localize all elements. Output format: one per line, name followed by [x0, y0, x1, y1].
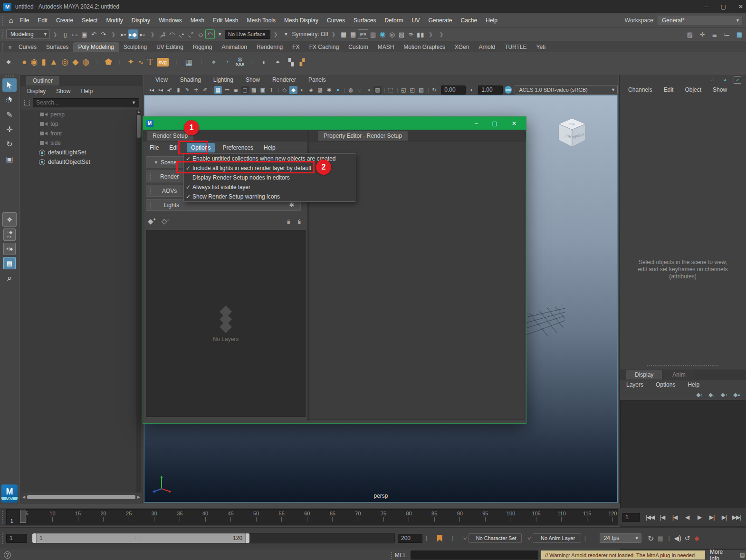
shelf-grip[interactable] [2, 43, 4, 51]
channel-box-toggle-icon[interactable]: ▦ [735, 29, 744, 39]
section-collapse-arrow[interactable]: ❯ [53, 32, 57, 37]
viewport-toolbar-icon[interactable]: ▫◂ [157, 86, 165, 94]
set-time-icon[interactable]: ◔ [222, 57, 232, 67]
timeslider-grip[interactable] [2, 511, 4, 523]
menu-help[interactable]: Help [486, 17, 497, 24]
combine-icon[interactable]: ▚ [286, 57, 296, 67]
minimize-button[interactable]: – [705, 3, 708, 10]
panel-menu-view[interactable]: View [155, 76, 168, 83]
shelf-tab-fx[interactable]: FX [287, 42, 304, 52]
anim-layer-caret-icon[interactable]: ▽ [527, 536, 531, 541]
make-live-icon[interactable]: ◠ [205, 29, 215, 39]
panel-menu-lighting[interactable]: Lighting [213, 76, 233, 83]
select-hierarchy-icon[interactable]: ▸▪ [119, 29, 128, 39]
workspace-dropdown[interactable]: General* ▼ [658, 16, 742, 25]
section-collapse-arrow[interactable]: ❯ [429, 32, 432, 37]
wireframe-icon[interactable]: ◇ [280, 86, 288, 94]
shelf-tab-sculpting[interactable]: Sculpting [119, 42, 152, 52]
symmetry-toggle[interactable]: Symmetry: Off [292, 31, 328, 38]
use-all-lights-icon[interactable]: ✱ [325, 86, 333, 94]
outliner-vscrollbar[interactable]: ▲ [136, 110, 141, 493]
isolate-select-icon[interactable]: ▥ [373, 86, 382, 94]
expand-caret-icon[interactable]: ▼ [154, 160, 158, 165]
character-set-caret-icon[interactable]: ▽ [463, 536, 467, 541]
viewport-toolbar-icon[interactable]: ✛ [192, 86, 201, 94]
viewport-pane-icon[interactable]: ▧ [417, 86, 425, 94]
shelf-tab-poly-modeling[interactable]: Poly Modeling [73, 42, 118, 52]
move-layer-down-icon[interactable]: ◆↓ [708, 391, 715, 398]
shelf-menu-icon[interactable]: ≡ [6, 43, 14, 51]
reset-origin-icon[interactable]: ✻0,0,0 [236, 57, 244, 67]
shelf-tab-animation[interactable]: Animation [217, 42, 252, 52]
outliner-menu-display[interactable]: Display [27, 88, 46, 95]
fps-dropdown[interactable]: 24 fps ▼ [600, 533, 641, 543]
node-editor-icon[interactable]: ∴ [709, 76, 717, 84]
shelf-tab-mash[interactable]: MASH [373, 42, 399, 52]
set-key-icon[interactable]: ◆ [692, 533, 701, 543]
mute-audio-icon[interactable]: ◀) [673, 533, 682, 543]
poly-plane-icon[interactable]: ◆ [72, 57, 78, 67]
time-ruler[interactable]: 1 5 10 15 20 25 30 35 40 45 50 55 60 65 … [6, 509, 618, 525]
rotate-tool[interactable]: ↻ [2, 137, 17, 151]
visibility-column-icon[interactable]: ○≡ [287, 219, 290, 224]
shelf-tab-motion-graphics[interactable]: Motion Graphics [399, 42, 450, 52]
splitter-handle[interactable] [647, 365, 718, 366]
menu-item-display-nodes-in-editors[interactable]: Display Render Setup nodes in editors [184, 173, 355, 182]
outliner-tab[interactable]: Outliner [26, 76, 59, 85]
go-to-start-button[interactable]: |◀◀ [644, 512, 656, 522]
move-layer-up-icon[interactable]: ◆↑ [696, 391, 703, 398]
render-current-frame-icon[interactable]: ▤ [348, 29, 358, 39]
layer-menu-help[interactable]: Help [688, 381, 699, 388]
save-scene-icon[interactable]: ▣ [79, 29, 89, 39]
graph-editor-icon[interactable]: ⇗ [734, 76, 741, 84]
channel-menu-object[interactable]: Object [685, 86, 701, 93]
attribute-editor-icon[interactable]: ≣ [710, 29, 719, 39]
warning-message[interactable]: // Warning: Arnold renderer not loaded. … [541, 551, 705, 560]
viewport-toolbar-icon[interactable]: ✎ [183, 86, 191, 94]
create-layer-icon[interactable]: ◆+ [148, 217, 156, 226]
channel-menu-edit[interactable]: Edit [664, 86, 674, 93]
zoom-tool[interactable]: ⌕ [2, 271, 17, 285]
menubar-grip[interactable] [2, 16, 4, 25]
shelf-tab-arnold[interactable]: Arnold [474, 42, 500, 52]
shelf-tab-curves[interactable]: Curves [14, 42, 41, 52]
scroll-up-icon[interactable]: ▲ [136, 110, 141, 114]
step-back-key-button[interactable]: |◀ [669, 512, 681, 522]
viewport-layout2-icon[interactable]: ◰ [408, 86, 416, 94]
shelf-tab-uv-editing[interactable]: UV Editing [152, 42, 188, 52]
menu-set-dropdown[interactable]: Modeling ▼ [6, 29, 50, 39]
menu-generate[interactable]: Generate [428, 17, 452, 24]
menu-modify[interactable]: Modify [106, 17, 123, 24]
menu-deform[interactable]: Deform [384, 17, 403, 24]
rs-menu-edit[interactable]: Edit [169, 144, 179, 151]
layout-single-pane-button[interactable]: ❖ [2, 212, 17, 227]
maximize-button[interactable]: ▢ [721, 3, 726, 10]
new-empty-layer-icon[interactable]: ◆+ [721, 391, 728, 398]
section-collapse-arrow[interactable]: ❯ [111, 32, 115, 37]
bookmark-icon[interactable] [437, 535, 442, 542]
channel-menu-channels[interactable]: Channels [628, 86, 652, 93]
panel-menu-panels[interactable]: Panels [308, 76, 326, 83]
hypershade-icon[interactable]: ◉ [378, 29, 387, 39]
range-drag-grip[interactable]: ⋮⋮ [133, 536, 143, 541]
range-start-handle[interactable] [32, 533, 37, 543]
view-cube[interactable]: FRONT RIGHT TOP [553, 114, 591, 154]
poly-spiral-icon[interactable]: ∿ [138, 58, 143, 66]
shelf-tab-turtle[interactable]: TURTLE [500, 42, 531, 52]
poly-superellipse-icon[interactable]: ✦ [127, 57, 134, 67]
chevron-down-icon[interactable]: ▼ [218, 32, 222, 37]
exposure-field[interactable]: 0.00 [441, 85, 465, 95]
character-controls-icon[interactable]: ✛ [698, 29, 707, 39]
rs-layer-list[interactable]: ◆◆◆ No Layers [146, 230, 306, 417]
poly-torus-icon[interactable]: ◎ [61, 57, 68, 67]
render-view-icon[interactable]: ▦ [339, 29, 348, 39]
menu-mesh-tools[interactable]: Mesh Tools [247, 17, 276, 24]
resolution-gate-icon[interactable]: ◙ [232, 86, 240, 94]
section-collapse-arrow[interactable]: ❯ [274, 32, 277, 37]
outliner-item-front[interactable]: front [21, 129, 142, 138]
checker-icon[interactable]: ▨ [316, 86, 324, 94]
color-management-toggle[interactable]: ON [505, 86, 512, 94]
snap-view-plane-icon[interactable]: ◇ [196, 29, 205, 39]
drag-handle[interactable] [150, 202, 152, 209]
modeling-toolkit-icon[interactable]: ▨ [685, 29, 695, 39]
